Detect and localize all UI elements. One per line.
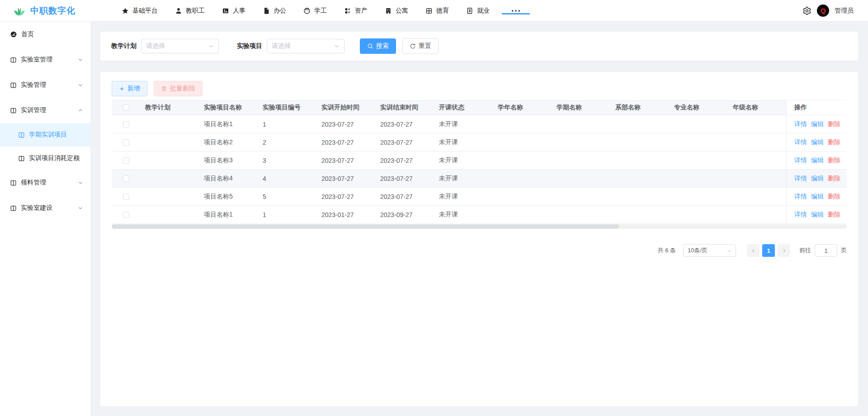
detail-link[interactable]: 详情 — [794, 138, 807, 147]
row-checkbox[interactable] — [123, 175, 129, 182]
horizontal-scrollbar-thumb[interactable] — [112, 224, 619, 229]
page-size-select[interactable]: 10条/页 — [683, 244, 736, 257]
table-main: 教学计划实验项目名称实验项目编号实训开始时间实训结束时间开课状态学年名称学期名称… — [112, 100, 847, 224]
nav-tab-more[interactable] — [498, 8, 533, 14]
column-header: 学年名称 — [493, 104, 552, 112]
sidebar-item-2[interactable]: 实验室管理 — [0, 47, 90, 72]
add-button[interactable]: 新增 — [112, 81, 147, 96]
star-icon — [122, 7, 129, 14]
delete-link[interactable]: 删除 — [828, 193, 840, 201]
detail-link[interactable]: 详情 — [794, 175, 807, 183]
row-checkbox-cell — [112, 121, 141, 128]
table-row[interactable]: 项目名称332023-07-272023-07-27未开课 — [112, 151, 847, 170]
select-all-checkbox[interactable] — [123, 104, 129, 111]
prev-page-button[interactable] — [747, 244, 760, 257]
table-fixed-op-column: 操作详情编辑删除详情编辑删除详情编辑删除详情编辑删除详情编辑删除详情编辑删除 — [786, 100, 847, 224]
nav-tab-9[interactable]: 就业 — [458, 0, 498, 21]
book-icon — [18, 132, 25, 138]
edit-link[interactable]: 编辑 — [811, 138, 824, 147]
student-icon — [303, 7, 311, 14]
sidebar-item-3[interactable]: 实验管理 — [0, 72, 90, 98]
nav-tab-5[interactable]: 学工 — [295, 0, 335, 21]
chevron-down-icon — [78, 180, 83, 185]
nav-tab-8[interactable]: 德育 — [417, 0, 458, 21]
nav-tab-label: 就业 — [477, 7, 490, 15]
next-page-button[interactable] — [778, 244, 790, 257]
cell-start: 2023-07-27 — [317, 193, 376, 200]
row-checkbox[interactable] — [123, 139, 129, 146]
edit-link[interactable]: 编辑 — [811, 120, 824, 128]
op-row: 详情编辑删除 — [787, 151, 847, 170]
edit-link[interactable]: 编辑 — [811, 211, 824, 219]
column-header: 开课状态 — [434, 104, 493, 112]
brand[interactable]: 中职数字化 — [0, 4, 95, 18]
delete-link[interactable]: 删除 — [828, 211, 840, 219]
nav-tab-1[interactable]: 基础平台 — [113, 0, 166, 21]
edit-link[interactable]: 编辑 — [811, 175, 824, 183]
nav-tab-4[interactable]: 办公 — [254, 0, 295, 21]
detail-link[interactable]: 详情 — [794, 193, 807, 201]
sidebar-item-5[interactable]: 学期实训项目 — [0, 123, 90, 147]
row-actions: 详情编辑删除 — [794, 175, 840, 183]
column-header: 教学计划 — [141, 104, 199, 112]
table-row[interactable]: 项目名称552023-07-272023-07-27未开课 — [112, 188, 847, 206]
page-unit-label: 页 — [841, 246, 847, 255]
detail-link[interactable]: 详情 — [794, 120, 807, 128]
main-content: 教学计划 请选择 实验项目 请选择 搜索 重置 — [90, 22, 868, 416]
row-checkbox[interactable] — [123, 212, 129, 218]
delete-link[interactable]: 删除 — [828, 175, 840, 183]
column-header: 年级名称 — [728, 104, 787, 112]
row-checkbox[interactable] — [123, 157, 129, 164]
chevron-down-icon — [78, 57, 83, 62]
user-name[interactable]: 管理员 — [835, 7, 854, 15]
page-button-1[interactable]: 1 — [762, 244, 775, 257]
sidebar-item-6[interactable]: 实训项目消耗定额 — [0, 147, 90, 170]
row-checkbox[interactable] — [123, 194, 129, 200]
experiment-project-select[interactable]: 请选择 — [267, 39, 344, 53]
row-checkbox[interactable] — [123, 121, 129, 128]
goto-page-input[interactable] — [815, 244, 837, 257]
sidebar-item-8[interactable]: 实验室建设 — [0, 195, 90, 221]
delete-link[interactable]: 删除 — [828, 156, 840, 165]
edit-link[interactable]: 编辑 — [811, 156, 824, 165]
cell-end: 2023-09-27 — [376, 211, 434, 218]
cell-end: 2023-07-27 — [376, 139, 434, 146]
nav-tab-2[interactable]: 教职工 — [166, 0, 213, 21]
nav-tab-label: 基础平台 — [132, 7, 158, 15]
detail-link[interactable]: 详情 — [794, 156, 807, 165]
delete-link[interactable]: 删除 — [828, 138, 840, 147]
nav-tab-3[interactable]: 人事 — [213, 0, 254, 21]
nav-tab-label: 教职工 — [186, 7, 205, 15]
nav-tab-7[interactable]: 公寓 — [376, 0, 417, 21]
table-row[interactable]: 项目名称222023-07-272023-07-27未开课 — [112, 133, 847, 151]
cell-number: 1 — [258, 211, 317, 218]
sidebar-item-label: 实训管理 — [21, 106, 46, 114]
delete-link[interactable]: 删除 — [828, 120, 840, 128]
cell-status: 未开课 — [434, 156, 493, 165]
nav-tab-label: 办公 — [274, 7, 286, 15]
row-actions: 详情编辑删除 — [794, 156, 840, 165]
cell-number: 4 — [258, 175, 317, 182]
table-row[interactable]: 项目名称112023-07-272023-07-27未开课 — [112, 115, 847, 133]
sidebar-item-label: 实验管理 — [21, 81, 46, 89]
nav-tab-6[interactable]: 资产 — [335, 0, 376, 21]
sidebar-item-7[interactable]: 领料管理 — [0, 170, 90, 195]
column-header: 实训结束时间 — [376, 104, 434, 112]
chevron-down-icon — [208, 43, 214, 49]
reset-button-label: 重置 — [419, 42, 431, 50]
teaching-plan-select[interactable]: 请选择 — [141, 39, 219, 53]
batch-delete-button[interactable]: 批量删除 — [154, 81, 203, 96]
reset-button[interactable]: 重置 — [402, 38, 439, 54]
edit-link[interactable]: 编辑 — [811, 193, 824, 201]
search-button[interactable]: 搜索 — [360, 38, 396, 54]
avatar[interactable]: Q — [817, 5, 829, 17]
detail-link[interactable]: 详情 — [794, 211, 807, 219]
dashboard-icon — [10, 31, 17, 38]
table-row[interactable]: 项目名称442023-07-272023-07-27未开课 — [112, 170, 847, 188]
row-actions: 详情编辑删除 — [794, 138, 840, 147]
sidebar-item-label: 学期实训项目 — [29, 131, 67, 139]
gear-icon[interactable] — [802, 6, 811, 15]
sidebar-item-1[interactable]: 首页 — [0, 22, 90, 47]
sidebar-item-4[interactable]: 实训管理 — [0, 98, 90, 123]
table-row[interactable]: 项目名称112023-01-272023-09-27未开课 — [112, 206, 847, 224]
